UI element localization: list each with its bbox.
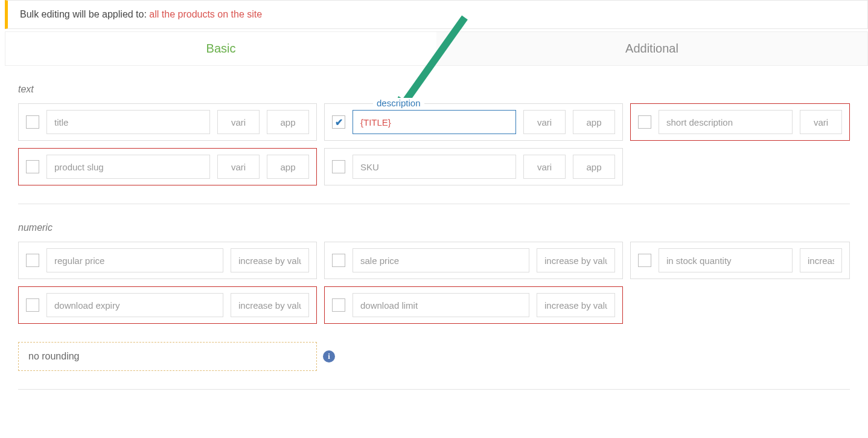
app-button[interactable]: app <box>267 155 309 179</box>
notice-target: all the products on the site <box>149 9 262 19</box>
input-regular-price[interactable] <box>46 248 223 272</box>
field-description: description vari app <box>324 103 623 141</box>
section-label-text: text <box>18 84 850 95</box>
field-regular-price <box>18 242 317 279</box>
info-icon[interactable]: i <box>323 350 335 362</box>
tab-basic[interactable]: Basic <box>5 32 436 65</box>
input-in-stock[interactable] <box>659 248 793 272</box>
checkbox-sku[interactable] <box>332 160 345 173</box>
tab-additional[interactable]: Additional <box>436 32 867 65</box>
field-sku: vari app <box>324 148 623 185</box>
section-divider <box>18 204 850 204</box>
field-sale-price <box>324 242 623 279</box>
input-product-slug[interactable] <box>46 155 210 179</box>
tab-bar: Basic Additional <box>5 31 868 66</box>
modifier-in-stock[interactable] <box>800 248 842 272</box>
modifier-download-limit[interactable] <box>537 293 615 317</box>
checkbox-download-limit[interactable] <box>332 298 345 312</box>
vari-button[interactable]: vari <box>800 110 842 134</box>
vari-button[interactable]: vari <box>217 110 260 134</box>
input-sale-price[interactable] <box>353 248 529 272</box>
vari-button[interactable]: vari <box>217 155 260 179</box>
rounding-select[interactable]: no rounding <box>18 342 317 371</box>
section-divider-bottom <box>18 389 850 390</box>
field-short-description: vari <box>630 103 850 141</box>
modifier-download-expiry[interactable] <box>231 293 309 317</box>
checkbox-product-slug[interactable] <box>26 160 39 173</box>
checkbox-in-stock[interactable] <box>638 254 651 267</box>
field-title: vari app <box>18 103 317 141</box>
section-label-numeric: numeric <box>18 222 850 233</box>
checkbox-regular-price[interactable] <box>26 254 39 267</box>
field-in-stock <box>630 242 850 279</box>
input-download-limit[interactable] <box>353 293 529 317</box>
checkbox-title[interactable] <box>26 115 39 129</box>
app-button[interactable]: app <box>573 110 615 134</box>
vari-button[interactable]: vari <box>523 110 566 134</box>
checkbox-download-expiry[interactable] <box>26 298 39 312</box>
bulk-notice: Bulk editing will be applied to: all the… <box>5 0 868 29</box>
float-label-description: description <box>373 98 424 108</box>
field-download-limit <box>324 286 623 324</box>
input-sku[interactable] <box>353 155 516 179</box>
vari-button[interactable]: vari <box>523 155 566 179</box>
modifier-sale-price[interactable] <box>537 248 615 272</box>
field-download-expiry <box>18 286 317 324</box>
input-short-description[interactable] <box>659 110 793 134</box>
checkbox-description[interactable] <box>332 115 345 129</box>
app-button[interactable]: app <box>267 110 309 134</box>
input-download-expiry[interactable] <box>46 293 223 317</box>
input-title[interactable] <box>46 110 210 134</box>
checkbox-sale-price[interactable] <box>332 254 345 267</box>
input-description[interactable] <box>353 110 516 134</box>
field-product-slug: vari app <box>18 148 317 185</box>
modifier-regular-price[interactable] <box>231 248 309 272</box>
basic-panel: text vari app description vari app vari … <box>0 66 868 414</box>
notice-prefix: Bulk editing will be applied to: <box>20 9 149 19</box>
app-button[interactable]: app <box>573 155 615 179</box>
checkbox-short-description[interactable] <box>638 115 651 129</box>
